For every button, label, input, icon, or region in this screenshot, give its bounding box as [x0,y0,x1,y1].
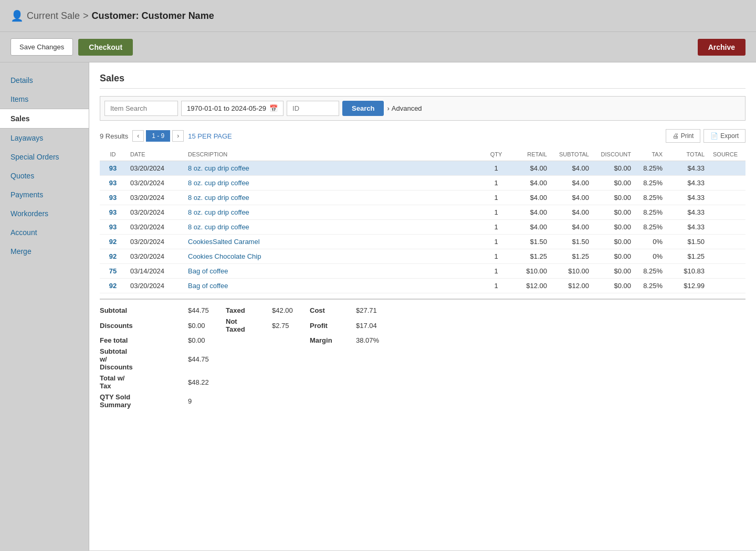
cell-description[interactable]: 8 oz. cup drip coffee [184,176,483,190]
cell-total: $4.33 [667,161,709,176]
sidebar-item-merge[interactable]: Merge [0,242,89,261]
sidebar-item-details[interactable]: Details [0,71,89,90]
table-row[interactable]: 93 03/20/2024 8 oz. cup drip coffee 1 $4… [100,220,746,235]
summary-row-subtotal: Subtotal $44.75 Taxed $42.00 Cost $27.71 [100,305,746,316]
cell-total: $1.50 [667,235,709,249]
cell-description[interactable]: 8 oz. cup drip coffee [184,161,483,176]
customer-name-label: Customer: Customer Name [92,10,214,22]
cell-qty: 1 [483,249,509,264]
cell-description[interactable]: 8 oz. cup drip coffee [184,220,483,235]
cell-id[interactable]: 93 [100,161,126,176]
cell-date: 03/20/2024 [126,176,184,190]
sidebar: Details Items Sales Layaways Special Ord… [0,62,89,550]
cell-tax: 8.25% [635,176,667,190]
cell-qty: 1 [483,161,509,176]
cell-id[interactable]: 75 [100,264,126,279]
sidebar-item-special-orders[interactable]: Special Orders [0,147,89,166]
col-header-description: DESCRIPTION [184,148,483,161]
breadcrumb: 👤 Current Sale > Customer: Customer Name [10,9,746,22]
archive-button[interactable]: Archive [698,39,746,56]
profit-label: Profit [310,316,352,335]
cell-description[interactable]: CookiesSalted Caramel [184,235,483,249]
cell-description[interactable]: 8 oz. cup drip coffee [184,205,483,220]
cell-discount: $0.00 [593,235,635,249]
item-search-input[interactable] [104,101,178,116]
col-header-id: ID [100,148,126,161]
cell-id[interactable]: 93 [100,176,126,190]
cell-source [709,279,746,293]
table-row[interactable]: 75 03/14/2024 Bag of coffee 1 $10.00 $10… [100,264,746,279]
results-count: 9 Results [100,132,128,140]
cell-subtotal: $4.00 [551,220,593,235]
col-header-source: SOURCE [709,148,746,161]
table-row[interactable]: 93 03/20/2024 8 oz. cup drip coffee 1 $4… [100,176,746,190]
table-row[interactable]: 93 03/20/2024 8 oz. cup drip coffee 1 $4… [100,161,746,176]
sidebar-item-account[interactable]: Account [0,223,89,242]
cell-source [709,235,746,249]
summary-row-total-tax: Total w/Tax $48.22 [100,373,746,391]
cell-retail: $1.50 [509,235,551,249]
cell-description[interactable]: Bag of coffee [184,279,483,293]
col-header-qty: QTY [483,148,509,161]
search-button[interactable]: Search [342,101,384,116]
sidebar-item-sales[interactable]: Sales [0,109,89,129]
sidebar-item-layaways[interactable]: Layaways [0,129,89,147]
sidebar-item-payments[interactable]: Payments [0,185,89,204]
print-button[interactable]: 🖨 Print [666,129,701,143]
cell-id[interactable]: 92 [100,279,126,293]
export-button[interactable]: 📄 Export [704,129,746,143]
not-taxed-label: NotTaxed [226,316,268,335]
table-row[interactable]: 92 03/20/2024 Bag of coffee 1 $12.00 $12… [100,279,746,293]
cell-subtotal: $4.00 [551,205,593,220]
cell-subtotal: $4.00 [551,190,593,205]
cell-qty: 1 [483,235,509,249]
save-changes-button[interactable]: Save Changes [10,38,73,56]
sidebar-item-workorders[interactable]: Workorders [0,204,89,223]
col-header-tax: TAX [635,148,667,161]
cell-description[interactable]: Bag of coffee [184,264,483,279]
cell-discount: $0.00 [593,176,635,190]
cell-tax: 8.25% [635,220,667,235]
checkout-button[interactable]: Checkout [78,39,133,56]
sidebar-item-items[interactable]: Items [0,90,89,109]
cell-subtotal: $1.25 [551,249,593,264]
cell-qty: 1 [483,220,509,235]
per-page-selector[interactable]: 15 PER PAGE [188,132,232,140]
cell-id[interactable]: 92 [100,249,126,264]
date-range-display[interactable]: 1970-01-01 to 2024-05-29 📅 [181,101,284,116]
table-row[interactable]: 93 03/20/2024 8 oz. cup drip coffee 1 $4… [100,205,746,220]
cell-id[interactable]: 93 [100,190,126,205]
margin-value: 38.07% [352,335,746,346]
prev-page-button[interactable]: ‹ [132,130,144,142]
pagination: ‹ 1 - 9 › [132,130,184,142]
cell-date: 03/20/2024 [126,161,184,176]
table-row[interactable]: 92 03/20/2024 CookiesSalted Caramel 1 $1… [100,235,746,249]
profit-value: $17.04 [352,316,746,335]
cell-description[interactable]: 8 oz. cup drip coffee [184,190,483,205]
cell-discount: $0.00 [593,220,635,235]
cell-id[interactable]: 93 [100,220,126,235]
subtotal-w-discounts-value: $44.75 [184,346,226,373]
next-page-button[interactable]: › [172,130,184,142]
results-bar: 9 Results ‹ 1 - 9 › 15 PER PAGE 🖨 Print … [100,129,746,143]
table-row[interactable]: 92 03/20/2024 Cookies Chocolate Chip 1 $… [100,249,746,264]
cell-id[interactable]: 93 [100,205,126,220]
top-bar: 👤 Current Sale > Customer: Customer Name [0,0,756,32]
cell-subtotal: $12.00 [551,279,593,293]
cell-total: $4.33 [667,176,709,190]
summary-section: Subtotal $44.75 Taxed $42.00 Cost $27.71… [100,299,746,410]
discounts-label: Discounts [100,316,184,335]
advanced-button[interactable]: › Advanced [387,104,422,112]
sidebar-item-quotes[interactable]: Quotes [0,166,89,185]
table-row[interactable]: 93 03/20/2024 8 oz. cup drip coffee 1 $4… [100,190,746,205]
taxed-value: $42.00 [268,305,310,316]
fee-total-label: Fee total [100,335,184,346]
section-title: Sales [100,73,746,89]
cell-subtotal: $4.00 [551,161,593,176]
cell-description[interactable]: Cookies Chocolate Chip [184,249,483,264]
cost-value: $27.71 [352,305,746,316]
id-search-input[interactable] [287,101,339,116]
cell-total: $1.25 [667,249,709,264]
summary-row-discounts: Discounts $0.00 NotTaxed $2.75 Profit $1… [100,316,746,335]
cell-id[interactable]: 92 [100,235,126,249]
